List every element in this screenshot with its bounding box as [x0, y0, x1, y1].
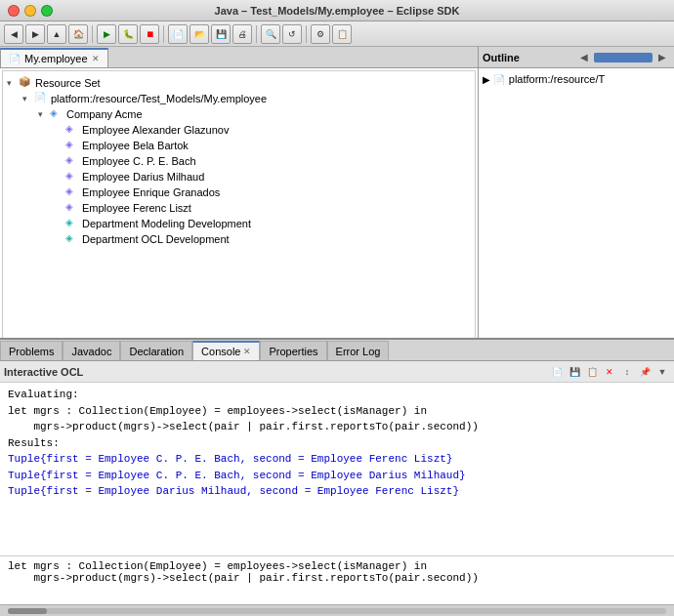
tree-expand-icon: ▾ — [38, 109, 50, 119]
toolbar-separator-1 — [92, 25, 93, 43]
title-bar: Java – Test_Models/My.employee – Eclipse… — [0, 0, 674, 21]
console-clear-btn[interactable]: ✕ — [602, 364, 617, 380]
console-scroll-lock-btn[interactable]: ↕ — [619, 364, 635, 380]
settings-button[interactable]: ⚙ — [311, 24, 330, 44]
properties-button[interactable]: 📋 — [332, 24, 352, 44]
search-button[interactable]: 🔍 — [261, 24, 280, 44]
tree-node-dept-0[interactable]: ◈ Department Modeling Development — [7, 216, 471, 231]
window-title: Java – Test_Models/My.employee – Eclipse… — [215, 5, 460, 17]
tree-node-dept-1[interactable]: ◈ Department OCL Development — [7, 231, 471, 247]
home-button[interactable]: 🏠 — [68, 24, 88, 44]
outline-nav-right[interactable]: ▶ — [654, 50, 670, 65]
tab-my-employee[interactable]: 📄 My.employee ✕ — [0, 48, 108, 67]
outline-title: Outline — [483, 52, 520, 63]
employee-1-label: Employee Bela Bartok — [82, 140, 189, 151]
employee-0-label: Employee Alexander Glazunov — [82, 124, 229, 136]
company-acme-label: Company Acme — [66, 108, 143, 120]
main-container: 📄 My.employee ✕ ▾ 📦 Resource Set — [0, 47, 674, 616]
nav-back-button[interactable]: ◀ — [4, 24, 23, 44]
console-output: Evaluating: let mgrs : Collection(Employ… — [0, 383, 674, 555]
console-new-btn[interactable]: 📄 — [549, 364, 565, 380]
dept-icon: ◈ — [65, 217, 79, 230]
tree-node-employee-2[interactable]: ◈ Employee C. P. E. Bach — [7, 153, 471, 169]
console-input-line-0: let mgrs : Collection(Employee) = employ… — [8, 560, 666, 572]
tree-node-employee-0[interactable]: ◈ Employee Alexander Glazunov — [7, 122, 471, 138]
resource-set-label: Resource Set — [35, 77, 101, 89]
tab-javadoc[interactable]: Javadoc — [63, 341, 120, 360]
employee-icon: ◈ — [65, 170, 79, 184]
new-button[interactable]: 📄 — [168, 24, 188, 44]
employee-3-label: Employee Darius Milhaud — [82, 171, 204, 183]
outline-progress-bar — [594, 53, 653, 62]
tab-properties[interactable]: Properties — [260, 341, 326, 360]
tab-close-icon[interactable]: ✕ — [92, 54, 100, 63]
console-copy-btn[interactable]: 📋 — [584, 364, 600, 380]
print-button[interactable]: 🖨 — [232, 24, 252, 44]
toolbar-separator-4 — [306, 25, 307, 43]
tree-node-employee-5[interactable]: ◈ Employee Ferenc Liszt — [7, 200, 471, 216]
console-menu-btn[interactable]: ▼ — [654, 364, 670, 380]
scrollbar-thumb[interactable] — [8, 608, 47, 614]
tree-node-company-acme[interactable]: ▾ ◈ Company Acme — [7, 106, 471, 122]
tab-declaration[interactable]: Declaration — [120, 341, 192, 360]
tab-console[interactable]: Console ✕ — [192, 341, 260, 360]
bottom-scrollbar[interactable] — [0, 604, 674, 616]
console-line-3: Results: — [8, 435, 666, 452]
tab-console-label: Console — [201, 346, 240, 357]
window-controls[interactable] — [8, 5, 53, 17]
open-button[interactable]: 📂 — [190, 24, 209, 44]
tab-javadoc-label: Javadoc — [71, 346, 111, 357]
tab-error-log[interactable]: Error Log — [327, 341, 390, 360]
nav-up-button[interactable]: ▲ — [47, 24, 66, 44]
outline-nav-left[interactable]: ◀ — [576, 50, 592, 65]
console-line-6: Tuple{first = Employee Darius Milhaud, s… — [8, 483, 666, 500]
bottom-tab-bar: Problems Javadoc Declaration Console ✕ P… — [0, 340, 674, 361]
console-save-btn[interactable]: 💾 — [567, 364, 582, 380]
main-toolbar: ◀ ▶ ▲ 🏠 ▶ 🐛 ⏹ 📄 📂 💾 🖨 🔍 ↺ ⚙ 📋 — [0, 21, 674, 47]
tree-node-employee-3[interactable]: ◈ Employee Darius Milhaud — [7, 169, 471, 185]
tab-problems[interactable]: Problems — [0, 341, 63, 360]
file-icon: 📄 — [9, 54, 21, 64]
debug-button[interactable]: 🐛 — [118, 24, 138, 44]
console-input-area[interactable]: let mgrs : Collection(Employee) = employ… — [0, 555, 674, 604]
employee-4-label: Employee Enrique Granados — [82, 186, 220, 198]
nav-forward-button[interactable]: ▶ — [25, 24, 45, 44]
console-line-4: Tuple{first = Employee C. P. E. Bach, se… — [8, 451, 666, 468]
tree-node-employee-1[interactable]: ◈ Employee Bela Bartok — [7, 138, 471, 153]
bottom-panel: Problems Javadoc Declaration Console ✕ P… — [0, 338, 674, 616]
company-icon: ◈ — [50, 107, 63, 121]
toolbar-separator-3 — [256, 25, 257, 43]
console-toolbar: Interactive OCL 📄 💾 📋 ✕ ↕ 📌 ▼ — [0, 361, 674, 383]
tab-console-close[interactable]: ✕ — [243, 347, 251, 356]
outline-header: Outline ◀ ▶ — [479, 47, 674, 68]
outline-item-icon: ▶ 📄 — [483, 74, 505, 85]
tree-node-employee-4[interactable]: ◈ Employee Enrique Granados — [7, 185, 471, 200]
outline-item-label: platform:/resource/T — [509, 73, 605, 85]
toolbar-separator-2 — [163, 25, 164, 43]
tree-node-platform-file[interactable]: ▾ 📄 platform:/resource/Test_Models/My.em… — [7, 91, 471, 106]
outline-nav: ◀ ▶ — [576, 50, 670, 65]
minimize-button[interactable] — [24, 5, 36, 17]
maximize-button[interactable] — [41, 5, 53, 17]
stop-button[interactable]: ⏹ — [140, 24, 159, 44]
console-action-buttons: 📄 💾 📋 ✕ ↕ 📌 ▼ — [549, 364, 670, 380]
refresh-button[interactable]: ↺ — [282, 24, 302, 44]
employee-5-label: Employee Ferenc Liszt — [82, 202, 191, 214]
console-input-line-1: mgrs->product(mgrs)->select(pair | pair.… — [8, 572, 666, 584]
tab-problems-label: Problems — [9, 346, 54, 357]
tree-node-resource-set[interactable]: ▾ 📦 Resource Set — [7, 75, 471, 91]
tab-label: My.employee — [24, 53, 88, 64]
console-pin-btn[interactable]: 📌 — [637, 364, 653, 380]
tab-declaration-label: Declaration — [129, 346, 184, 357]
close-button[interactable] — [8, 5, 20, 17]
employee-icon: ◈ — [65, 201, 79, 215]
employee-2-label: Employee C. P. E. Bach — [82, 155, 196, 167]
tab-properties-label: Properties — [269, 346, 317, 357]
console-line-5: Tuple{first = Employee C. P. E. Bach, se… — [8, 468, 666, 484]
console-line-0: Evaluating: — [8, 387, 666, 403]
run-button[interactable]: ▶ — [97, 24, 116, 44]
console-line-1: let mgrs : Collection(Employee) = employ… — [8, 403, 666, 420]
console-title: Interactive OCL — [4, 366, 83, 378]
save-button[interactable]: 💾 — [211, 24, 231, 44]
outline-item-0[interactable]: ▶ 📄 platform:/resource/T — [483, 72, 670, 86]
